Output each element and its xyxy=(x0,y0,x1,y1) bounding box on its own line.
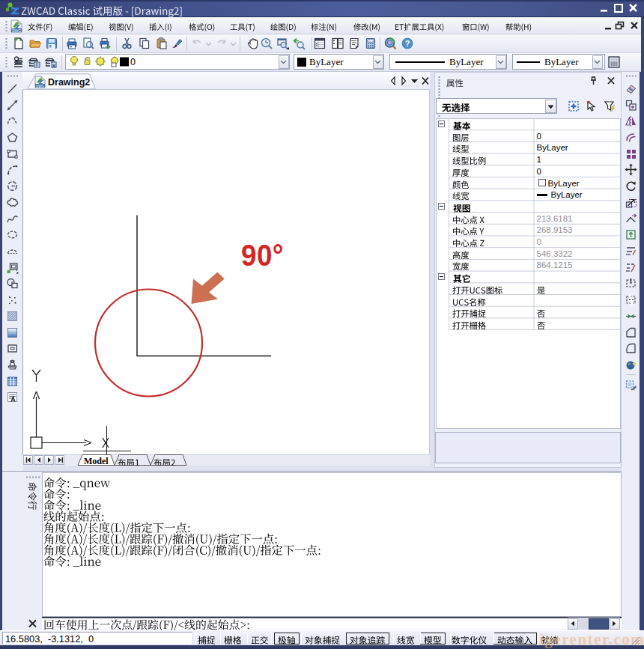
svg-text:DWG: DWG xyxy=(12,28,21,33)
svg-text:?: ? xyxy=(405,39,410,48)
svg-text:DWG: DWG xyxy=(36,85,45,88)
